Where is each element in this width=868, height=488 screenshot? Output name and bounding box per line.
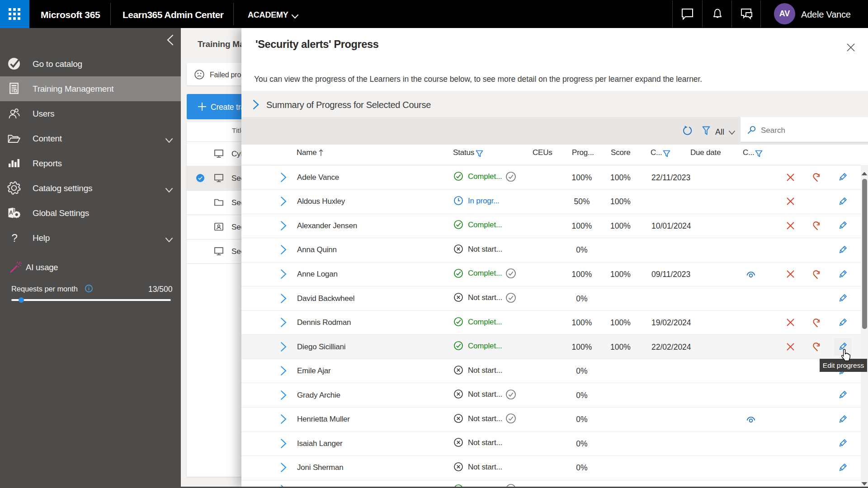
svg-text:A: A [9,210,13,216]
